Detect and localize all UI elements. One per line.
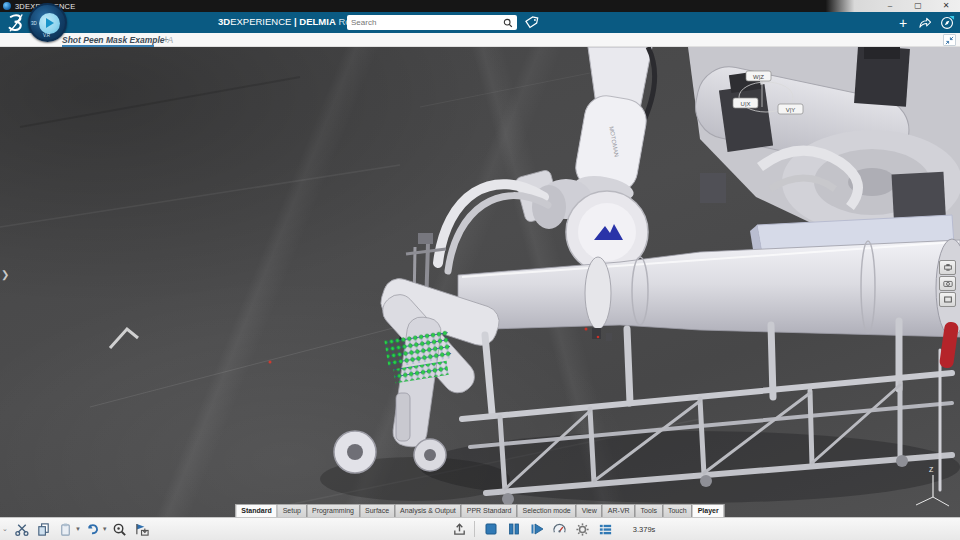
- export-results-button[interactable]: [452, 520, 468, 539]
- search-box[interactable]: [347, 15, 517, 30]
- panel-expander-chevron-icon[interactable]: ❯: [1, 269, 9, 280]
- track-list-button[interactable]: [596, 520, 616, 539]
- ribbon-section-tabs: Standard Setup Programming Surface Analy…: [235, 504, 724, 517]
- scene-graphics: W|Z U|X V|Y MOTOMAN: [0, 47, 960, 517]
- application-window: 3DEXPERIENCE – ▢ ✕ 3DEXPERIENCE | DELMIA…: [0, 0, 960, 540]
- copy-button[interactable]: [34, 520, 54, 539]
- toolbar-separator: [474, 521, 475, 537]
- axis-chip-ux[interactable]: U|X: [741, 101, 751, 107]
- ribbon-tab-player[interactable]: Player: [693, 504, 725, 517]
- mini-print-button[interactable]: [939, 260, 956, 275]
- zoom-search-button[interactable]: [110, 520, 130, 539]
- ribbon-tab-ppr-standard[interactable]: PPR Standard: [462, 504, 518, 517]
- ribbon-tab-tools[interactable]: Tools: [636, 504, 663, 517]
- platform-compass-icon[interactable]: [938, 14, 956, 31]
- ribbon-tab-touch[interactable]: Touch: [663, 504, 693, 517]
- simulation-time: 3.379s: [633, 525, 656, 534]
- close-button[interactable]: ✕: [932, 0, 960, 12]
- compass-play-icon: [46, 18, 54, 28]
- paste-dropdown-icon[interactable]: ▼: [75, 526, 81, 532]
- ribbon-tab-setup[interactable]: Setup: [278, 504, 307, 517]
- ribbon-tab-view[interactable]: View: [577, 504, 603, 517]
- viewport-mini-toolbar: [939, 260, 956, 307]
- axis-z-label: Z: [929, 466, 934, 473]
- fit-window-icon[interactable]: [943, 34, 956, 46]
- speed-gauge-button[interactable]: [550, 520, 570, 539]
- 3d-viewport[interactable]: W|Z U|X V|Y MOTOMAN: [0, 47, 960, 517]
- minimize-button[interactable]: –: [876, 0, 904, 12]
- stop-button[interactable]: [481, 520, 501, 539]
- os-titlebar: 3DEXPERIENCE – ▢ ✕: [0, 0, 960, 12]
- app-header: 3DEXPERIENCE | DELMIA Robot Surface Simu…: [0, 12, 960, 33]
- share-icon[interactable]: [916, 14, 934, 31]
- axis-chip-wz[interactable]: W|Z: [753, 74, 764, 80]
- capture-button[interactable]: [132, 520, 152, 539]
- 3dexperience-compass[interactable]: 3D V.R: [28, 3, 67, 42]
- player-settings-gear-icon[interactable]: [573, 520, 593, 539]
- mini-camera-button[interactable]: [939, 276, 956, 291]
- ribbon-tab-selection-mode[interactable]: Selection mode: [518, 504, 577, 517]
- pause-button[interactable]: [504, 520, 524, 539]
- toolbar-overflow-icon[interactable]: ⌄: [2, 525, 8, 533]
- target-points-cluster[interactable]: [384, 330, 452, 383]
- ribbon-tab-programming[interactable]: Programming: [307, 504, 360, 517]
- maximize-button[interactable]: ▢: [904, 0, 932, 12]
- undo-button[interactable]: [83, 520, 103, 539]
- bottom-toolbar: ⌄ ▼ ▼: [0, 517, 960, 540]
- cut-button[interactable]: [12, 520, 32, 539]
- search-icon[interactable]: [503, 14, 513, 32]
- document-tabbar: Shot Peen Mask Example A +: [0, 33, 960, 47]
- ribbon-tab-ar-vr[interactable]: AR-VR: [603, 504, 636, 517]
- add-content-button[interactable]: +: [894, 14, 912, 31]
- ribbon-tab-surface[interactable]: Surface: [360, 504, 395, 517]
- search-input[interactable]: [347, 18, 503, 27]
- mini-box-button[interactable]: [939, 292, 956, 307]
- play-button[interactable]: [527, 520, 547, 539]
- axis-chip-vy[interactable]: V|Y: [786, 107, 796, 113]
- app-icon: [3, 2, 11, 10]
- ribbon-tab-analysis-output[interactable]: Analysis & Output: [395, 504, 462, 517]
- new-tab-button[interactable]: +: [163, 33, 169, 47]
- tag-icon[interactable]: [524, 15, 539, 34]
- undo-dropdown-icon[interactable]: ▼: [102, 526, 108, 532]
- paste-button[interactable]: [56, 520, 76, 539]
- ribbon-tab-standard[interactable]: Standard: [235, 504, 277, 517]
